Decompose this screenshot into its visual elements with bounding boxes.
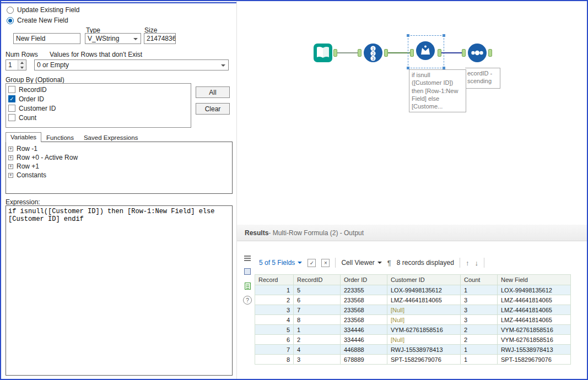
column-header-recordid[interactable]: RecordID — [294, 275, 341, 285]
num-rows-stepper[interactable]: 1 — [6, 59, 26, 70]
connection-line[interactable] — [388, 52, 410, 53]
size-input[interactable]: 214748364 — [144, 33, 176, 44]
selection-handle[interactable] — [443, 34, 445, 37]
column-header-new-field[interactable]: New Field — [498, 275, 571, 285]
data-cell[interactable]: LMZ-44641814065 — [498, 305, 571, 315]
data-cell[interactable]: 678889 — [341, 355, 387, 365]
pilcrow-icon[interactable]: ¶ — [387, 259, 391, 267]
expand-icon[interactable]: + — [8, 155, 13, 160]
row-number-cell[interactable]: 5 — [255, 325, 294, 335]
data-cell[interactable]: 233568 — [341, 315, 387, 325]
data-view-button[interactable] — [242, 281, 252, 291]
checkbox-icon[interactable] — [8, 114, 15, 121]
all-button[interactable]: All — [196, 86, 230, 98]
output-anchor[interactable] — [488, 49, 492, 57]
expand-icon[interactable]: + — [8, 146, 13, 151]
group-by-item[interactable]: ✓Order ID — [8, 94, 188, 104]
data-cell[interactable]: 3 — [294, 355, 341, 365]
output-anchor[interactable] — [438, 49, 441, 57]
data-cell[interactable]: 3 — [461, 305, 498, 315]
radio-icon[interactable] — [7, 7, 14, 14]
scroll-up-button[interactable]: ↑ — [466, 259, 470, 267]
row-number-cell[interactable]: 2 — [255, 295, 294, 305]
formula-annotation[interactable]: if isnull ([Customer ID]) then [Row-1:Ne… — [409, 69, 466, 112]
clear-button[interactable]: Clear — [196, 103, 230, 115]
sort-annotation[interactable]: ecordID - scending — [465, 68, 500, 89]
expression-editor[interactable]: if isnull([Customer ID]) then [Row-1:New… — [6, 205, 233, 376]
row-number-cell[interactable]: 6 — [255, 335, 294, 345]
row-number-cell[interactable]: 8 — [255, 355, 294, 365]
data-cell[interactable]: 334446 — [341, 335, 387, 345]
layout-view-button[interactable] — [242, 267, 252, 276]
stepper-up-button[interactable] — [18, 60, 26, 65]
expression-text[interactable]: if isnull([Customer ID]) then [Row-1:New… — [8, 208, 230, 223]
type-select[interactable]: V_WString — [85, 33, 141, 44]
data-cell[interactable]: VYM-62761858516 — [387, 325, 461, 335]
data-cell[interactable]: 2 — [461, 325, 498, 335]
data-cell[interactable]: 3 — [461, 295, 498, 305]
selection-handle[interactable] — [407, 34, 409, 37]
data-cell[interactable]: LMZ-44641814065 — [498, 315, 571, 325]
tree-item[interactable]: +Row +1 — [8, 162, 230, 171]
tab-saved-expressions[interactable]: Saved Expressions — [79, 133, 143, 142]
group-by-item[interactable]: Count — [8, 113, 188, 122]
data-cell[interactable]: 4 — [294, 345, 341, 355]
data-cell[interactable]: 5 — [294, 285, 341, 295]
column-header-count[interactable]: Count — [461, 275, 498, 285]
tree-item[interactable]: +Constants — [8, 171, 230, 180]
data-cell[interactable]: 2 — [294, 335, 341, 345]
checkbox-checked-icon[interactable]: ✓ — [8, 95, 15, 102]
data-cell[interactable]: 3 — [461, 315, 498, 325]
data-cell[interactable]: 233568 — [341, 295, 387, 305]
tree-item[interactable]: +Row -1 — [8, 144, 230, 153]
data-cell[interactable]: 223355 — [341, 285, 387, 295]
tab-functions[interactable]: Functions — [41, 133, 79, 142]
expand-icon[interactable]: + — [8, 164, 13, 169]
column-header-record[interactable]: Record — [255, 275, 294, 285]
scroll-down-button[interactable]: ↓ — [474, 259, 478, 267]
profile-view-button[interactable] — [242, 253, 252, 263]
radio-selected-icon[interactable] — [7, 17, 14, 24]
data-cell[interactable]: 7 — [294, 305, 341, 315]
data-cell[interactable]: 334446 — [341, 325, 387, 335]
data-cell[interactable]: SPT-15829679076 — [498, 355, 571, 365]
data-cell[interactable]: SPT-15829679076 — [387, 355, 461, 365]
row-number-cell[interactable]: 3 — [255, 305, 294, 315]
data-cell[interactable]: [Null] — [387, 335, 461, 345]
select-fields-button[interactable]: ✓ — [308, 259, 316, 267]
connection-line[interactable] — [337, 52, 358, 53]
data-cell[interactable]: LMZ-44641814065 — [498, 295, 571, 305]
workflow-canvas[interactable]: 1 2 3 — [237, 1, 587, 225]
data-cell[interactable]: LOX-99498135612 — [387, 285, 461, 295]
cell-viewer-dropdown[interactable]: Cell Viewer — [341, 259, 381, 267]
row-number-cell[interactable]: 7 — [255, 345, 294, 355]
data-cell[interactable]: [Null] — [387, 315, 461, 325]
checkbox-icon[interactable] — [8, 105, 15, 112]
connection-line[interactable] — [441, 52, 462, 53]
data-cell[interactable]: LMZ-44641814065 — [387, 295, 461, 305]
column-header-customer-id[interactable]: Customer ID — [387, 275, 461, 285]
radio-update-existing-field[interactable]: Update Existing Field — [7, 6, 79, 14]
deselect-fields-button[interactable]: × — [321, 259, 330, 267]
multi-row-formula-tool[interactable] — [416, 41, 435, 61]
radio-create-new-field[interactable]: Create New Field — [7, 17, 68, 24]
data-cell[interactable]: 6 — [294, 295, 341, 305]
group-by-item[interactable]: Customer ID — [8, 104, 188, 113]
data-cell[interactable]: 1 — [294, 325, 341, 335]
sort-tool[interactable] — [467, 43, 487, 63]
data-cell[interactable]: LOX-99498135612 — [498, 285, 571, 295]
data-cell[interactable]: 1 — [461, 345, 498, 355]
data-cell[interactable]: VYM-62761858516 — [498, 335, 571, 345]
output-anchor[interactable] — [384, 49, 388, 57]
data-cell[interactable]: RWJ-15538978413 — [387, 345, 461, 355]
recordid-tool[interactable]: 1 2 3 — [363, 43, 383, 63]
data-cell[interactable]: 1 — [461, 285, 498, 295]
output-anchor[interactable] — [333, 49, 337, 57]
data-cell[interactable]: [Null] — [387, 305, 461, 315]
stepper-down-button[interactable] — [18, 65, 26, 70]
data-cell[interactable]: 1 — [461, 355, 498, 365]
help-button[interactable]: ? — [242, 295, 252, 305]
data-cell[interactable]: 233568 — [341, 305, 387, 315]
rows-not-exist-select[interactable]: 0 or Empty — [34, 59, 229, 70]
data-cell[interactable]: RWJ-15538978413 — [498, 345, 571, 355]
